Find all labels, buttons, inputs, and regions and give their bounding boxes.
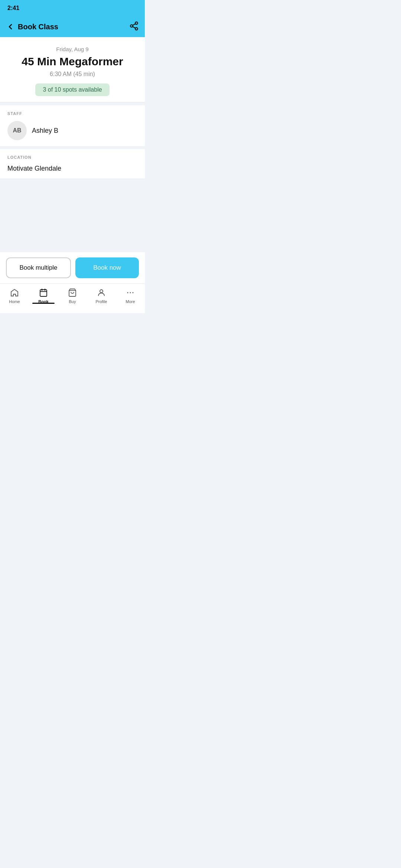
status-bar: 2:41	[0, 0, 145, 16]
svg-line-3	[133, 27, 135, 28]
buy-icon	[67, 287, 78, 298]
staff-avatar: AB	[7, 121, 27, 140]
class-time: 6:30 AM (45 min)	[7, 71, 137, 78]
header: Book Class	[0, 16, 145, 37]
profile-icon	[96, 287, 107, 298]
status-time: 2:41	[7, 5, 19, 11]
location-section: LOCATION Motivate Glendale	[0, 149, 145, 178]
svg-point-11	[127, 292, 128, 293]
back-button[interactable]	[6, 22, 15, 31]
bottom-nav: Home Book Buy	[0, 283, 145, 313]
spots-badge: 3 of 10 spots available	[35, 83, 109, 96]
svg-point-12	[130, 292, 131, 293]
class-name: 45 Min Megaformer	[7, 55, 137, 68]
svg-point-1	[130, 25, 133, 27]
nav-item-home[interactable]: Home	[0, 287, 29, 304]
nav-item-profile[interactable]: Profile	[87, 287, 116, 304]
svg-rect-5	[40, 290, 47, 296]
staff-name: Ashley B	[32, 127, 58, 135]
book-icon	[38, 287, 49, 298]
nav-label-profile: Profile	[95, 299, 107, 304]
section-divider-staff	[0, 102, 145, 105]
home-icon	[9, 287, 20, 298]
staff-row: AB Ashley B	[7, 121, 137, 140]
staff-section: STAFF AB Ashley B	[0, 105, 145, 146]
svg-point-10	[100, 290, 103, 293]
more-icon	[125, 287, 136, 298]
svg-line-4	[133, 24, 135, 25]
nav-item-more[interactable]: More	[116, 287, 145, 304]
header-left: Book Class	[6, 22, 58, 31]
header-title: Book Class	[18, 23, 58, 31]
svg-point-13	[133, 292, 134, 293]
location-section-label: LOCATION	[7, 155, 137, 160]
class-info-section: Friday, Aug 9 45 Min Megaformer 6:30 AM …	[0, 37, 145, 102]
section-divider-location	[0, 146, 145, 149]
nav-item-book[interactable]: Book	[29, 287, 58, 304]
nav-item-buy[interactable]: Buy	[58, 287, 87, 304]
nav-label-more: More	[125, 299, 135, 304]
location-name: Motivate Glendale	[7, 165, 137, 172]
nav-label-home: Home	[9, 299, 20, 304]
staff-section-label: STAFF	[7, 111, 137, 116]
svg-point-0	[135, 22, 138, 24]
share-button[interactable]	[129, 21, 139, 32]
book-now-button[interactable]: Book now	[75, 257, 139, 278]
class-date: Friday, Aug 9	[7, 46, 137, 52]
svg-point-2	[135, 27, 138, 30]
action-buttons: Book multiple Book now	[0, 252, 145, 283]
nav-active-indicator	[32, 303, 55, 304]
book-multiple-button[interactable]: Book multiple	[6, 257, 71, 278]
nav-label-buy: Buy	[69, 299, 76, 304]
